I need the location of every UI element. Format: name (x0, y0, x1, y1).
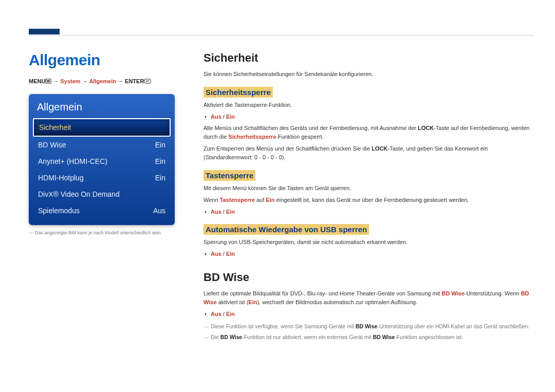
heading-bdwise: BD Wise (203, 271, 534, 284)
page-title: Allgemein (29, 51, 183, 69)
breadcrumb-system: System (61, 78, 81, 84)
t: Liefert die optimale Bildqualität für DV… (203, 290, 441, 296)
t: eingestellt ist, kann das Gerät nur über… (274, 197, 469, 203)
menu-item-sicherheit[interactable]: Sicherheit (33, 118, 171, 137)
sperre-p2: Alle Menüs und Schaltflächen des Geräts … (203, 124, 534, 141)
header-accent-bar (29, 29, 60, 34)
t: Tastensperre (220, 197, 255, 203)
heading-sicherheit: Sicherheit (203, 51, 534, 65)
arrow-3: → (118, 78, 125, 84)
t: Ein (266, 197, 274, 203)
t: BD Wise (441, 290, 465, 296)
breadcrumb-allgemein: Allgemein (89, 78, 116, 84)
menu-item-bdwise[interactable]: BD Wise Ein (33, 137, 171, 153)
breadcrumb-menu: MENU (29, 78, 45, 84)
menu-item-label: BD Wise (38, 141, 66, 149)
opt-aus: Aus (211, 209, 221, 215)
arrow-2: → (82, 78, 89, 84)
menu-item-spielemodus[interactable]: Spielemodus Aus (33, 202, 171, 219)
usb-option: Aus / Ein (211, 250, 534, 259)
page-content: Allgemein MENU → System → Allgemein → EN… (29, 51, 534, 343)
tasten-p1: Mit diesem Menü können Sie die Tasten am… (203, 184, 534, 193)
menu-body: Sicherheit BD Wise Ein Anynet+ (HDMI-CEC… (29, 118, 175, 225)
menu-header: Allgemein (29, 94, 175, 118)
image-disclaimer: Das angezeigte Bild kann je nach Modell … (29, 230, 183, 235)
t: LOCK (418, 125, 434, 131)
header-rule (29, 35, 534, 35)
sub-usb: Automatische Wiedergabe von USB sperren (203, 224, 369, 235)
tasten-p2: Wenn Tastensperre auf Ein eingestellt is… (203, 196, 534, 204)
menu-item-label: Anynet+ (HDMI-CEC) (38, 157, 107, 165)
t: Diese Funktion ist verfügbar, wenn Sie S… (211, 323, 356, 329)
bdwise-note-2: Die BD Wise-Funktion ist nur aktiviert, … (211, 333, 534, 342)
breadcrumb-enter: ENTER (125, 78, 144, 84)
t: BD Wise (220, 334, 243, 340)
t: BD Wise (373, 334, 395, 340)
t: aktiviert ist ( (217, 299, 249, 305)
sperre-option: Aus / Ein (211, 113, 534, 122)
usb-options: Aus / Ein (203, 250, 534, 259)
bdwise-option: Aus / Ein (211, 310, 534, 319)
opt-sep: / (221, 209, 226, 215)
sperre-p1: Aktiviert die Tastensperre-Funktion. (203, 101, 534, 109)
t: -Funktion gesperrt. (276, 134, 323, 140)
opt-ein: Ein (226, 311, 235, 317)
menu-item-value: Ein (155, 174, 165, 182)
t: Wenn (203, 197, 220, 203)
t: Sicherheitssperre (228, 134, 276, 140)
arrow-1: → (53, 78, 60, 84)
t: -Funktion ist nur aktiviert, wenn ein ex… (242, 334, 373, 340)
menu-panel: Allgemein Sicherheit BD Wise Ein Anynet+… (29, 94, 175, 225)
menu-item-value: Ein (155, 141, 165, 149)
opt-ein: Ein (226, 251, 235, 257)
t: -Unterstützung. Wenn (465, 290, 521, 296)
opt-aus: Aus (211, 114, 221, 120)
sperre-options: Aus / Ein (203, 113, 534, 122)
opt-aus: Aus (211, 251, 221, 257)
sub-sicherheitssperre: Sicherheitssperre (203, 87, 273, 98)
tasten-option: Aus / Ein (211, 208, 534, 217)
t: LOCK (372, 145, 387, 152)
menu-item-label: Sicherheit (39, 123, 71, 132)
menu-item-value: Ein (155, 157, 165, 165)
sperre-p3: Zum Entsperren des Menüs und der Schaltf… (203, 144, 534, 162)
t: auf (255, 197, 266, 203)
menu-icon (45, 79, 51, 85)
menu-item-label: DivX® Video On Demand (38, 190, 120, 198)
bdwise-notes: Diese Funktion ist verfügbar, wenn Sie S… (203, 322, 534, 342)
opt-sep: / (221, 114, 226, 120)
opt-sep: / (221, 311, 226, 317)
menu-item-hdmi-hotplug[interactable]: HDMI-Hotplug Ein (33, 170, 171, 186)
left-column: Allgemein MENU → System → Allgemein → EN… (29, 51, 203, 343)
enter-icon (144, 79, 151, 85)
sub-tastensperre: Tastensperre (203, 170, 255, 181)
breadcrumb: MENU → System → Allgemein → ENTER (29, 78, 183, 85)
menu-item-label: HDMI-Hotplug (38, 174, 84, 182)
opt-ein: Ein (226, 114, 235, 120)
menu-item-value: Aus (153, 207, 165, 215)
bdwise-options: Aus / Ein (203, 310, 534, 319)
menu-item-anynet[interactable]: Anynet+ (HDMI-CEC) Ein (33, 153, 171, 170)
t: Ein (248, 299, 257, 305)
bdwise-p1: Liefert die optimale Bildqualität für DV… (203, 289, 534, 307)
bdwise-note-1: Diese Funktion ist verfügbar, wenn Sie S… (211, 322, 534, 331)
menu-item-label: Spielemodus (38, 207, 80, 215)
usb-p1: Sperrung von USB-Speichergeräten, damit … (203, 238, 534, 247)
t: ), wechselt der Bildmodus automatisch zu… (257, 299, 417, 305)
sicherheit-intro: Sie können Sicherheitseinstellungen für … (203, 70, 534, 79)
t: Zum Entsperren des Menüs und der Schaltf… (203, 145, 372, 152)
t: BD Wise (356, 323, 378, 329)
opt-sep: / (221, 251, 226, 257)
right-column: Sicherheit Sie können Sicherheitseinstel… (203, 51, 534, 343)
opt-ein: Ein (226, 209, 235, 215)
tasten-options: Aus / Ein (203, 208, 534, 217)
t: -Unterstützung über ein HDMI-Kabel an da… (377, 323, 529, 329)
t: -Funktion angeschlossen ist. (395, 334, 463, 340)
t: Alle Menüs und Schaltflächen des Geräts … (203, 125, 418, 131)
menu-item-divx[interactable]: DivX® Video On Demand (33, 186, 171, 202)
opt-aus: Aus (211, 311, 221, 317)
t: Die (211, 334, 220, 340)
